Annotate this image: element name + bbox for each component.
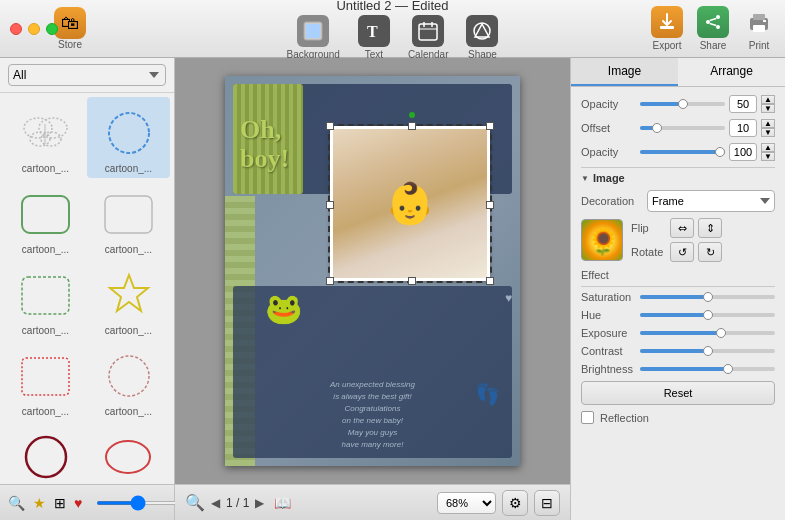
canvas-bottom-bar: 🔍 ◀ 1 / 1 ▶ 📖 25% 50% 68% 100% 150% 200%…	[175, 484, 570, 520]
hue-label: Hue	[581, 309, 636, 321]
zoom-select[interactable]: 25% 50% 68% 100% 150% 200%	[437, 492, 496, 514]
opacity-bottom-slider[interactable]	[640, 150, 725, 154]
opacity-top-row: Opacity 50 ▲ ▼	[581, 95, 775, 113]
prev-page-button[interactable]: ◀	[211, 496, 220, 510]
svg-rect-9	[660, 26, 674, 29]
share-button[interactable]: Share	[697, 6, 729, 51]
shape-item[interactable]: cartoon_...	[4, 259, 87, 340]
exposure-row: Exposure	[581, 327, 775, 339]
svg-point-21	[30, 132, 50, 146]
svg-line-14	[710, 24, 716, 26]
opacity-bottom-value: 100	[729, 143, 757, 161]
magnify-icon[interactable]: 🔍	[185, 493, 205, 512]
background-tool[interactable]: Background	[287, 15, 340, 60]
saturation-row: Saturation	[581, 291, 775, 303]
shape-item[interactable]: cartoon_...	[4, 340, 87, 421]
close-button[interactable]	[10, 23, 22, 35]
offset-value: 10	[729, 119, 757, 137]
opacity-top-slider[interactable]	[640, 102, 725, 106]
brightness-label: Brightness	[581, 363, 636, 375]
print-button[interactable]: Print	[743, 6, 775, 51]
toolbar-right: Export Share Print	[651, 6, 775, 51]
svg-rect-26	[105, 196, 152, 233]
reflection-checkbox[interactable]	[581, 411, 594, 424]
panel-icon[interactable]: ⊟	[534, 490, 560, 516]
svg-point-24	[109, 113, 149, 153]
flower-thumbnail[interactable]: 🌻	[581, 219, 623, 261]
decoration-label: Decoration	[581, 195, 641, 207]
search-icon[interactable]: 🔍	[8, 495, 25, 511]
contrast-slider[interactable]	[640, 349, 775, 353]
shape-item[interactable]: cartoon_...	[87, 97, 170, 178]
tab-image[interactable]: Image	[571, 58, 678, 86]
calendar-tool[interactable]: Calendar	[408, 15, 449, 60]
rotate-ccw-button[interactable]: ↺	[670, 242, 694, 262]
svg-point-32	[106, 441, 150, 473]
reset-button[interactable]: Reset	[581, 381, 775, 405]
sb-green-shape: 🐸	[265, 291, 302, 326]
tab-arrange[interactable]: Arrange	[678, 58, 785, 86]
svg-rect-16	[753, 14, 765, 20]
decoration-select[interactable]: Frame None Border	[647, 190, 775, 212]
svg-point-11	[716, 25, 720, 29]
export-label: Export	[653, 40, 682, 51]
brightness-slider[interactable]	[640, 367, 775, 371]
exposure-slider[interactable]	[640, 331, 775, 335]
svg-rect-25	[22, 196, 69, 233]
hue-slider[interactable]	[640, 313, 775, 317]
settings-icon[interactable]: ⚙	[502, 490, 528, 516]
shape-label: cartoon_...	[22, 325, 69, 336]
next-page-button[interactable]: ▶	[255, 496, 264, 510]
shape-label: cartoon_...	[22, 163, 69, 174]
heart-icon[interactable]: ♥	[74, 495, 82, 511]
shape-item[interactable]: cartoon_...	[87, 340, 170, 421]
filter-select[interactable]: All Basic Fancy Nature	[8, 64, 166, 86]
sb-photo-frame: 👶	[330, 126, 490, 281]
shape-item[interactable]: cartoon_...	[87, 178, 170, 259]
shapes-grid: cartoon_... cartoon_... cartoon_...	[0, 93, 174, 484]
rotate-cw-button[interactable]: ↻	[698, 242, 722, 262]
sidebar-filter: All Basic Fancy Nature	[0, 58, 174, 93]
window-title: Untitled 2 — Edited	[336, 0, 448, 13]
shape-thumb-circle-dark	[16, 427, 76, 484]
offset-up[interactable]: ▲	[761, 119, 775, 128]
star-icon[interactable]: ★	[33, 495, 46, 511]
grid-icon[interactable]: ⊞	[54, 495, 66, 511]
flip-h-button[interactable]: ⇔	[670, 218, 694, 238]
shape-thumb-circle-outline	[99, 346, 159, 406]
opacity-top-down[interactable]: ▼	[761, 104, 775, 113]
export-button[interactable]: Export	[651, 6, 683, 51]
shape-item[interactable]: cartoon_...	[4, 97, 87, 178]
opacity-bottom-label: Opacity	[581, 146, 636, 158]
contrast-row: Contrast	[581, 345, 775, 357]
svg-point-10	[716, 15, 720, 19]
shape-label: cartoon_...	[105, 325, 152, 336]
book-icon[interactable]: 📖	[274, 495, 291, 511]
divider-1	[581, 167, 775, 168]
shape-item[interactable]: cartoon_...	[87, 259, 170, 340]
svg-rect-29	[22, 358, 69, 395]
shape-item[interactable]: cartoon_...	[4, 178, 87, 259]
text-tool[interactable]: T Text	[358, 15, 390, 60]
page-info: 1 / 1	[226, 496, 249, 510]
saturation-label: Saturation	[581, 291, 636, 303]
opacity-top-up[interactable]: ▲	[761, 95, 775, 104]
scrapbook-page[interactable]: 👶 Oh, boy!	[225, 76, 520, 466]
shape-item[interactable]: cartoon_...	[4, 421, 87, 484]
opacity-bottom-up[interactable]: ▲	[761, 143, 775, 152]
maximize-button[interactable]	[46, 23, 58, 35]
opacity-bottom-down[interactable]: ▼	[761, 152, 775, 161]
svg-point-20	[39, 118, 67, 138]
store-label: Store	[40, 39, 100, 50]
shape-item[interactable]: cartoon_...	[87, 421, 170, 484]
offset-down[interactable]: ▼	[761, 128, 775, 137]
zoom-area: 25% 50% 68% 100% 150% 200% ⚙ ⊟	[437, 490, 560, 516]
shape-tool[interactable]: Shape	[466, 15, 498, 60]
minimize-button[interactable]	[28, 23, 40, 35]
brightness-row: Brightness	[581, 363, 775, 375]
offset-slider[interactable]	[640, 126, 725, 130]
flip-v-button[interactable]: ⇕	[698, 218, 722, 238]
collapse-icon[interactable]: ▼	[581, 174, 589, 183]
saturation-slider[interactable]	[640, 295, 775, 299]
right-properties: Opacity 50 ▲ ▼ Offset 10	[571, 87, 785, 432]
